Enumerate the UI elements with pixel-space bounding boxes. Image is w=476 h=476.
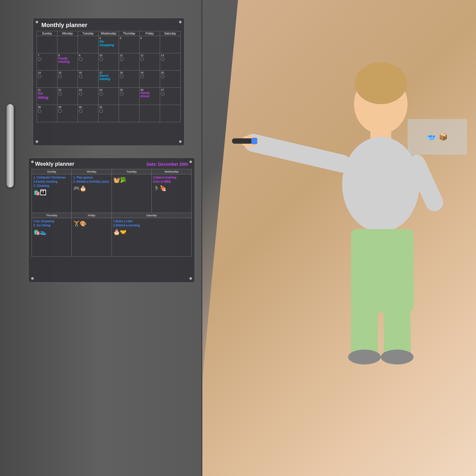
calendar-cell-14: 14	[37, 71, 57, 88]
weekly-cell-bottom-0: 1.Go shopping2. Go hiking🛍️👟	[32, 218, 72, 257]
calendar-cell	[57, 36, 78, 53]
monthly-planner-title: Monthly planner	[37, 22, 181, 29]
calendar-header-row: Sunday Monday Tuesday Wednesday Thursday…	[37, 31, 181, 36]
calendar-cell-6: 6	[140, 36, 160, 53]
weekly-bottom-body: 1.Go shopping2. Go hiking🛍️👟🏋️🎨1.Bake a …	[32, 218, 192, 257]
weekly-screw-bottom-right	[189, 277, 192, 280]
calendar-cell-28: 28	[37, 105, 57, 122]
day-saturday: Saturday	[160, 31, 181, 36]
weekly-calendar-grid: Sunday Monday Tuesday Wednesday 1. Celeb…	[32, 169, 192, 257]
calendar-cell-24: 24	[98, 88, 119, 105]
weekly-cell-bottom-2: 1.Bake a cake2.Attend a meeting🎂🤝	[112, 218, 192, 257]
calendar-cell-16: 16	[78, 71, 98, 88]
weekly-sunday: Sunday	[32, 169, 72, 174]
monthly-planner-board: Monthly planner Sunday Monday Tuesday We…	[33, 18, 184, 146]
weekly-cell-bottom-1: 🏋️🎨	[72, 218, 112, 257]
calendar-cell-go-shopping: 4Goshopping	[98, 36, 119, 53]
calendar-cell-7: 7	[37, 53, 57, 71]
weekly-monday: Monday	[72, 169, 112, 174]
monthly-calendar-grid: Sunday Monday Tuesday Wednesday Thursday…	[37, 31, 181, 122]
day-friday: Friday	[140, 31, 160, 36]
weekly-tuesday: Tuesday	[112, 169, 151, 174]
calendar-cell-18: 18	[119, 71, 140, 88]
weekly-planner-board: Weekly planner Date: December 25th Sunda…	[28, 158, 195, 283]
weekly-screw-top-right	[189, 160, 192, 163]
calendar-cell-8: 8Familymeeting	[57, 53, 78, 71]
weekly-screw-top-left	[31, 160, 34, 163]
day-thursday: Thursday	[119, 31, 140, 36]
calendar-week-1: 4Goshopping56	[37, 36, 181, 53]
day-tuesday: Tuesday	[78, 31, 98, 36]
weekly-cell-top-3: 1.Dance training2.Go to BBQ🏃‍♂️🍖	[151, 174, 191, 213]
weekly-planner-title: Weekly planner	[32, 161, 74, 167]
calendar-cell-10: 10	[98, 53, 119, 71]
calendar-cell-27: 27	[160, 88, 181, 105]
calendar-week-4: 21Gohiking2223242526Familydinner27	[37, 88, 181, 105]
weekly-cell-top-0: 1. Celebrate Christmas2.Family meeting3.…	[32, 174, 72, 213]
weekly-wednesday: Wednesday	[151, 169, 191, 174]
calendar-cell-empty	[160, 105, 181, 122]
calendar-cell-19: 19	[140, 71, 160, 88]
calendar-cell-empty	[140, 105, 160, 122]
screw-bottom-left	[35, 140, 38, 143]
calendar-cell-12: 12	[140, 53, 160, 71]
weekly-cell-top-1: 1. Play games2. Attend a birthday party🎮…	[72, 174, 112, 213]
weekly-top-body: 1. Celebrate Christmas2.Family meeting3.…	[32, 174, 192, 213]
calendar-cell-5: 5	[119, 36, 140, 53]
weekly-cell-top-2: 🧺🥦	[112, 174, 151, 213]
screw-bottom-right	[179, 140, 182, 143]
calendar-cell-empty	[160, 36, 181, 53]
calendar-cell	[37, 36, 57, 53]
weekly-planner-date: Date: December 25th	[147, 162, 192, 167]
calendar-cell-11: 11	[119, 53, 140, 71]
room-background	[193, 0, 476, 476]
weekly-saturday: Saturday	[112, 213, 192, 218]
calendar-body: 4Goshopping5678Familymeeting910111213141…	[37, 36, 181, 122]
day-monday: Monday	[57, 31, 78, 36]
screw-top-left	[35, 21, 38, 24]
calendar-cell-30: 30	[78, 105, 98, 122]
calendar-week-5: 28293031	[37, 105, 181, 122]
kitchen-shelf: 🥣 📦	[408, 119, 467, 155]
calendar-cell-13: 13	[160, 53, 181, 71]
calendar-cell-29: 29	[57, 105, 78, 122]
calendar-cell-25: 25	[119, 88, 140, 105]
weekly-bottom-row: 1.Go shopping2. Go hiking🛍️👟🏋️🎨1.Bake a …	[32, 218, 192, 257]
calendar-cell-26: 26Familydinner	[140, 88, 160, 105]
weekly-top-row: 1. Celebrate Christmas2.Family meeting3.…	[32, 174, 192, 213]
calendar-cell-15: 15	[57, 71, 78, 88]
weekly-friday: Friday	[72, 213, 112, 218]
calendar-week-2: 78Familymeeting910111213	[37, 53, 181, 71]
calendar-cell	[78, 36, 98, 53]
calendar-cell-17: 17Dancetraining	[98, 71, 119, 88]
fridge-handle	[7, 104, 14, 187]
calendar-cell-31: 31	[98, 105, 119, 122]
calendar-week-3: 14151617Dancetraining181920	[37, 71, 181, 88]
day-sunday: Sunday	[37, 31, 57, 36]
weekly-bottom-header: Thursday Friday Saturday	[32, 213, 192, 218]
day-wednesday: Wednesday	[98, 31, 119, 36]
calendar-cell-23: 23	[78, 88, 98, 105]
calendar-cell-20: 20	[160, 71, 181, 88]
weekly-screw-bottom-left	[31, 277, 34, 280]
calendar-cell-9: 9	[78, 53, 98, 71]
calendar-cell-21: 21Gohiking	[37, 88, 57, 105]
weekly-header: Weekly planner Date: December 25th	[32, 161, 192, 167]
calendar-cell-empty	[119, 105, 140, 122]
screw-top-right	[179, 21, 182, 24]
calendar-cell-22: 22	[57, 88, 78, 105]
weekly-top-header: Sunday Monday Tuesday Wednesday	[32, 169, 192, 174]
weekly-thursday: Thursday	[32, 213, 72, 218]
